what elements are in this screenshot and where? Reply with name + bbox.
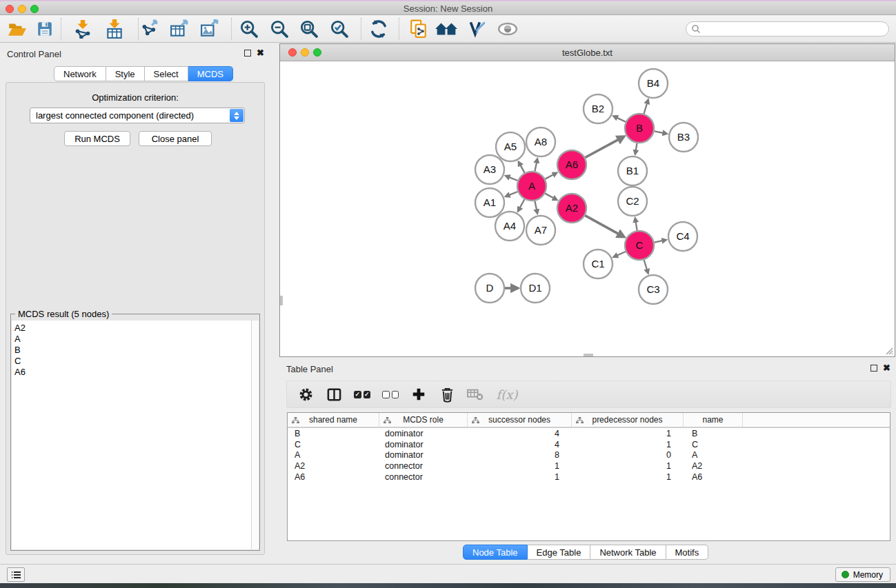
table-cell[interactable]: connector bbox=[379, 460, 468, 472]
canvas-hscroll-thumb[interactable] bbox=[584, 354, 593, 356]
new-network-from-selection-icon[interactable] bbox=[406, 15, 432, 43]
table-cell[interactable]: 1 bbox=[572, 428, 684, 439]
tab-select[interactable]: Select bbox=[145, 66, 188, 81]
delete-table-icon[interactable] bbox=[467, 386, 484, 403]
import-network-icon[interactable] bbox=[70, 15, 96, 43]
tab-network[interactable]: Network bbox=[54, 66, 106, 81]
table-row[interactable]: Bdominator41B bbox=[288, 428, 890, 439]
run-mcds-button[interactable]: Run MCDS bbox=[64, 131, 130, 146]
column-header-successor-nodes[interactable]: successor nodes bbox=[468, 413, 572, 427]
search-input[interactable] bbox=[704, 23, 888, 35]
zoom-in-icon[interactable] bbox=[236, 15, 262, 43]
graph-edge[interactable] bbox=[585, 216, 618, 234]
refresh-network-icon[interactable] bbox=[366, 15, 392, 43]
table-cell[interactable]: dominator bbox=[379, 439, 468, 450]
table-cell[interactable]: dominator bbox=[379, 428, 468, 439]
column-header-shared-name[interactable]: shared name bbox=[288, 413, 379, 427]
tab-network-table[interactable]: Network Table bbox=[590, 545, 666, 560]
table-row[interactable]: A6connector11A6 bbox=[288, 472, 890, 483]
graph-edge[interactable] bbox=[636, 143, 637, 150]
graph-edge[interactable] bbox=[521, 165, 525, 173]
graph-edge[interactable] bbox=[585, 139, 618, 157]
table-row[interactable]: Cdominator41C bbox=[288, 439, 890, 450]
add-column-icon[interactable] bbox=[410, 386, 427, 403]
export-table-icon[interactable] bbox=[166, 15, 192, 43]
table-cell[interactable]: A6 bbox=[684, 472, 743, 483]
table-cell[interactable]: 1 bbox=[468, 472, 572, 483]
result-item[interactable]: B bbox=[14, 345, 251, 356]
select-all-icon[interactable]: ✓✓ bbox=[354, 386, 370, 403]
toggle-column-view-icon[interactable] bbox=[326, 386, 342, 403]
graph-edge[interactable] bbox=[535, 201, 537, 210]
graph-edge[interactable] bbox=[509, 192, 517, 195]
graph-edge[interactable] bbox=[644, 260, 647, 270]
graph-edge[interactable] bbox=[617, 118, 626, 122]
canvas-vscroll-thumb[interactable] bbox=[280, 296, 283, 305]
criterion-select[interactable]: largest connected component (directed) bbox=[30, 108, 245, 123]
result-item[interactable]: A6 bbox=[14, 367, 251, 378]
resize-grip-icon[interactable] bbox=[884, 345, 893, 355]
export-image-icon[interactable] bbox=[197, 15, 223, 43]
result-item[interactable]: A bbox=[14, 334, 251, 345]
home-layout-icon[interactable] bbox=[433, 15, 459, 43]
show-hide-graphics-icon[interactable] bbox=[495, 15, 521, 43]
graph-edge[interactable] bbox=[655, 241, 663, 242]
show-panels-button[interactable] bbox=[7, 567, 25, 582]
save-session-icon[interactable] bbox=[32, 15, 58, 43]
graph-edge[interactable] bbox=[636, 222, 637, 230]
open-session-icon[interactable] bbox=[4, 15, 30, 43]
float-panel-icon[interactable] bbox=[244, 50, 251, 57]
table-cell[interactable]: 8 bbox=[468, 449, 572, 460]
table-row[interactable]: Adominator80A bbox=[288, 449, 890, 460]
export-network-icon[interactable] bbox=[137, 15, 163, 43]
deselect-all-icon[interactable] bbox=[382, 386, 399, 403]
table-cell[interactable]: A2 bbox=[684, 460, 743, 472]
table-cell[interactable]: 1 bbox=[572, 460, 684, 472]
delete-column-icon[interactable] bbox=[439, 386, 455, 403]
tab-mcds[interactable]: MCDS bbox=[188, 66, 233, 81]
graph-edge[interactable] bbox=[545, 174, 553, 179]
zoom-out-icon[interactable] bbox=[266, 15, 292, 43]
graph-edge[interactable] bbox=[655, 131, 664, 133]
float-table-panel-icon[interactable] bbox=[870, 365, 877, 372]
memory-button[interactable]: Memory bbox=[835, 567, 890, 582]
table-cell[interactable]: C bbox=[684, 439, 743, 450]
table-cell[interactable]: A bbox=[288, 449, 379, 460]
table-cell[interactable]: C bbox=[288, 439, 379, 450]
network-canvas[interactable]: B4B2BB3B1A5A8A6A3AA1C2A2A4A7C4CC1C3DD1 bbox=[280, 61, 895, 356]
graph-edge[interactable] bbox=[545, 194, 553, 199]
graph-edge[interactable] bbox=[509, 177, 517, 181]
tab-edge-table[interactable]: Edge Table bbox=[528, 545, 591, 560]
table-cell[interactable]: 1 bbox=[572, 472, 684, 483]
table-cell[interactable]: A6 bbox=[288, 472, 379, 483]
close-panel-button[interactable]: Close panel bbox=[139, 131, 212, 146]
table-cell[interactable]: B bbox=[684, 428, 743, 439]
mcds-result-list[interactable]: A2ABCA6 bbox=[12, 321, 252, 549]
close-panel-icon[interactable]: ✖ bbox=[257, 50, 264, 57]
column-header-MCDS-role[interactable]: MCDS role bbox=[379, 413, 468, 427]
table-cell[interactable]: connector bbox=[379, 472, 468, 483]
tab-style[interactable]: Style bbox=[106, 66, 145, 81]
settings-gear-icon[interactable] bbox=[297, 386, 314, 403]
zoom-fit-icon[interactable] bbox=[296, 15, 322, 43]
table-cell[interactable]: 4 bbox=[468, 428, 572, 439]
search-field[interactable] bbox=[686, 21, 889, 37]
table-row[interactable]: A2connector11A2 bbox=[288, 460, 890, 472]
table-cell[interactable]: A2 bbox=[288, 460, 379, 472]
table-cell[interactable]: 4 bbox=[468, 439, 572, 450]
tab-node-table[interactable]: Node Table bbox=[463, 545, 528, 560]
table-cell[interactable]: 1 bbox=[468, 460, 572, 472]
apply-style-icon[interactable] bbox=[464, 15, 490, 43]
network-graph[interactable]: B4B2BB3B1A5A8A6A3AA1C2A2A4A7C4CC1C3DD1 bbox=[280, 61, 895, 356]
result-item[interactable]: C bbox=[14, 356, 251, 367]
table-cell[interactable]: A bbox=[684, 449, 743, 460]
function-builder-icon[interactable]: f(x) bbox=[495, 386, 519, 403]
result-scrollbar[interactable] bbox=[252, 321, 259, 549]
graph-edge[interactable] bbox=[644, 103, 647, 114]
column-header-predecessor-nodes[interactable]: predecessor nodes bbox=[572, 413, 684, 427]
graph-edge[interactable] bbox=[617, 252, 626, 256]
close-table-panel-icon[interactable]: ✖ bbox=[883, 365, 890, 372]
table-cell[interactable]: dominator bbox=[379, 449, 468, 460]
column-header-name[interactable]: name bbox=[684, 413, 743, 427]
table-cell[interactable]: 1 bbox=[572, 439, 684, 450]
